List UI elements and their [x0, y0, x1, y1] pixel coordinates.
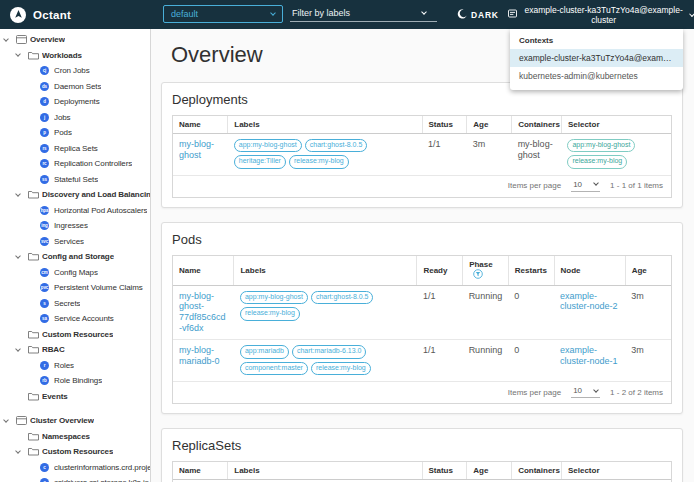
column-header-ready[interactable]: Ready	[417, 256, 463, 286]
chevron-down-icon[interactable]	[16, 54, 28, 56]
sidebar-item-daemon-sets[interactable]: dsDaemon Sets	[0, 79, 150, 95]
sidebar-item-deployments[interactable]: dDeployments	[0, 94, 150, 110]
page-size-select[interactable]: 10	[571, 386, 600, 398]
sidebar-item-stateful-sets[interactable]: ssStateful Sets	[0, 172, 150, 188]
sidebar-item-pods[interactable]: pPods	[0, 125, 150, 141]
column-header-label: Age	[473, 466, 488, 475]
column-header-labels[interactable]: Labels	[228, 116, 422, 134]
label-badge[interactable]: chart:ghost-8.0.5	[311, 291, 374, 304]
sidebar-item-config-and-storage[interactable]: Config and Storage	[0, 249, 150, 265]
sidebar-item-label: Deployments	[54, 97, 100, 106]
label-badge[interactable]: heritage:Tiller	[234, 155, 286, 168]
column-header-node[interactable]: Node	[554, 256, 625, 286]
sidebar-item-roles[interactable]: rRoles	[0, 358, 150, 374]
sidebar-item-jobs[interactable]: jJobs	[0, 110, 150, 126]
column-header-labels[interactable]: Labels	[234, 256, 417, 286]
column-header-name[interactable]: Name	[173, 462, 228, 480]
sidebar-item-label: Config Maps	[54, 268, 98, 277]
label-badge[interactable]: release:my-blog	[311, 362, 371, 375]
sidebar-item-services[interactable]: svcServices	[0, 234, 150, 250]
column-header-selector[interactable]: Selector	[561, 116, 671, 134]
chevron-down-icon[interactable]	[16, 349, 28, 351]
sidebar-item-replica-sets[interactable]: rsReplica Sets	[0, 141, 150, 157]
resource-link[interactable]: my-blog-ghost-77df85c6cd-vf6dx	[179, 291, 226, 333]
column-header-label: Status	[429, 120, 453, 129]
sidebar-item-csidrivers-csi-storage-k8s-io[interactable]: ccsidrivers.csi.storage.k8s.io	[0, 475, 150, 482]
selector-badge[interactable]: app:my-blog-ghost	[567, 139, 635, 152]
dark-theme-toggle[interactable]: DARK	[457, 0, 499, 29]
chevron-down-icon[interactable]	[421, 9, 427, 15]
resource-link[interactable]: example-cluster-node-2	[560, 291, 618, 312]
sidebar-item-cron-jobs[interactable]: cjCron Jobs	[0, 63, 150, 79]
selector-badge[interactable]: release:my-blog	[567, 155, 627, 168]
page-size-select[interactable]: 10	[571, 180, 600, 192]
label-badge[interactable]: app:my-blog-ghost	[234, 139, 302, 152]
sidebar-item-discovery-and-load-balancing[interactable]: Discovery and Load Balancing	[0, 187, 150, 203]
label-badge[interactable]: component:master	[240, 362, 308, 375]
sidebar-item-label: Overview	[30, 35, 65, 44]
cell-selectors: app:my-blog-ghostrelease:my-blog	[561, 134, 671, 175]
chevron-down-icon[interactable]	[4, 39, 16, 41]
label-badge[interactable]: app:my-blog-ghost	[240, 291, 308, 304]
filter-icon[interactable]	[473, 269, 483, 281]
column-header-labels[interactable]: Labels	[228, 462, 422, 480]
column-header-age[interactable]: Age	[467, 116, 512, 134]
column-header-containers[interactable]: Containers	[512, 116, 562, 134]
sidebar-item-custom-resources[interactable]: Custom Resources	[0, 327, 150, 343]
column-header-age[interactable]: Age	[467, 462, 512, 480]
section-title: Pods	[172, 232, 672, 247]
column-header-name[interactable]: Name	[173, 116, 228, 134]
column-header-status[interactable]: Status	[422, 116, 467, 134]
sidebar-item-ingresses[interactable]: ingIngresses	[0, 218, 150, 234]
sidebar-item-label: Events	[42, 392, 68, 401]
sidebar-item-secrets[interactable]: sSecrets	[0, 296, 150, 312]
column-header-phase[interactable]: Phase	[463, 256, 509, 286]
column-header-selector[interactable]: Selector	[561, 462, 671, 480]
chevron-down-icon[interactable]	[4, 420, 16, 422]
sidebar-item-persistent-volume-claims[interactable]: pvcPersistent Volume Claims	[0, 280, 150, 296]
label-badge[interactable]: chart:mariadb-6.13.0	[292, 345, 367, 358]
cell-text: 3m	[625, 340, 671, 381]
sidebar-item-service-accounts[interactable]: saService Accounts	[0, 311, 150, 327]
app-header: Octant default DARK example-cluster-ka3T…	[0, 0, 694, 29]
k8s-resource-icon: c	[40, 478, 54, 482]
sidebar-item-custom-resources[interactable]: Custom Resources	[0, 444, 150, 460]
sidebar-item-clusterinformations-crd-projec[interactable]: cclusterinformations.crd.projec	[0, 460, 150, 476]
sidebar-item-horizontal-pod-autoscalers[interactable]: hpaHorizontal Pod Autoscalers	[0, 203, 150, 219]
resource-link[interactable]: my-blog-ghost	[179, 139, 214, 160]
sidebar-item-replication-controllers[interactable]: rcReplication Controllers	[0, 156, 150, 172]
context-selector-button[interactable]: example-cluster-ka3TuTzYo4a@example-clus…	[508, 0, 694, 29]
chevron-down-icon[interactable]	[16, 256, 28, 258]
context-option[interactable]: kubernetes-admin@kubernetes	[510, 67, 683, 85]
cell-text: 1/1	[417, 285, 463, 339]
cell-name: my-blog-ghost	[173, 134, 228, 175]
column-header-containers[interactable]: Containers	[512, 462, 562, 480]
label-badge[interactable]: app:mariadb	[240, 345, 289, 358]
sidebar-item-events[interactable]: Events	[0, 389, 150, 405]
sidebar-item-cluster-overview[interactable]: Cluster Overview	[0, 413, 150, 429]
resource-link[interactable]: my-blog-mariadb-0	[179, 345, 220, 366]
folder-icon	[28, 432, 42, 441]
label-badge[interactable]: release:my-blog	[240, 307, 300, 320]
sidebar-item-workloads[interactable]: Workloads	[0, 48, 150, 64]
context-option[interactable]: example-cluster-ka3TuTzYo4a@example-clu.…	[510, 49, 683, 67]
column-header-age[interactable]: Age	[625, 256, 671, 286]
column-header-restarts[interactable]: Restarts	[508, 256, 554, 286]
chevron-down-icon[interactable]	[16, 194, 28, 196]
label-badge[interactable]: chart:ghost-8.0.5	[305, 139, 368, 152]
sidebar-item-role-bindings[interactable]: rbRole Bindings	[0, 373, 150, 389]
column-header-status[interactable]: Status	[422, 462, 467, 480]
main-content: Overview DeploymentsNameLabelsStatusAgeC…	[151, 29, 694, 482]
label-badge[interactable]: release:my-blog	[289, 155, 349, 168]
sidebar-item-label: Workloads	[42, 51, 82, 60]
column-header-name[interactable]: Name	[173, 256, 234, 286]
chevron-down-icon[interactable]	[16, 451, 28, 453]
namespace-select[interactable]: default	[163, 5, 283, 23]
label-filter-input[interactable]	[292, 8, 422, 18]
resource-link[interactable]: example-cluster-node-1	[560, 345, 618, 366]
sidebar-item-rbac[interactable]: RBAC	[0, 342, 150, 358]
sidebar-item-config-maps[interactable]: cmConfig Maps	[0, 265, 150, 281]
k8s-resource-icon: sa	[40, 314, 54, 323]
sidebar-item-namespaces[interactable]: Namespaces	[0, 429, 150, 445]
sidebar-item-overview[interactable]: Overview	[0, 32, 150, 48]
